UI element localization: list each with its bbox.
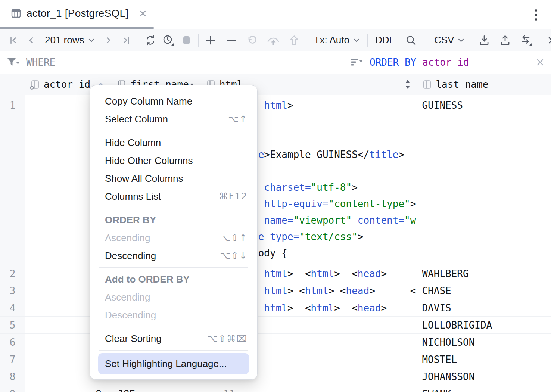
cell-actor-id[interactable]: 9 bbox=[25, 385, 113, 392]
menu-item-clear-sorting[interactable]: Clear Sorting⌥⇧⌘⌧ bbox=[90, 330, 257, 348]
cell-last-name[interactable]: SWANK bbox=[417, 385, 551, 392]
menu-separator bbox=[99, 350, 248, 351]
row-number[interactable]: 6 bbox=[0, 334, 25, 351]
menu-item-shortcut: ⌥⇧↓ bbox=[220, 251, 248, 261]
commit-icon[interactable] bbox=[286, 32, 302, 49]
toolbar-divider bbox=[472, 34, 472, 47]
menu-item-shortcut: ⌥⇧⌘⌧ bbox=[208, 333, 248, 344]
order-by-field[interactable]: ORDER BY actor_id bbox=[344, 51, 551, 74]
menu-separator bbox=[99, 267, 248, 268]
menu-item-label: Descending bbox=[105, 309, 248, 321]
chevron-down-icon bbox=[353, 38, 360, 43]
cell-last-name[interactable]: WAHLBERG bbox=[417, 265, 551, 282]
menu-item-shortcut: ⌥↑ bbox=[228, 114, 248, 124]
table-row: 6<null>NICHOLSON bbox=[0, 334, 551, 351]
cell-first-name[interactable]: JOE bbox=[113, 385, 201, 392]
menu-item-descending[interactable]: Descending⌥⇧↓ bbox=[90, 247, 257, 265]
row-number[interactable]: 1 bbox=[0, 95, 25, 265]
menu-item-label: Set Highlighting Language... bbox=[105, 358, 242, 370]
kebab-icon[interactable] bbox=[530, 9, 542, 21]
cell-last-name[interactable]: CHASE bbox=[417, 282, 551, 299]
chevron-down-icon bbox=[88, 38, 95, 43]
auto-refresh-icon[interactable] bbox=[160, 32, 177, 49]
row-number[interactable]: 7 bbox=[0, 351, 25, 368]
grid-body: 1<!doctype html><html><head> <title>Exam… bbox=[0, 95, 551, 392]
row-number[interactable]: 3 bbox=[0, 282, 25, 299]
row-number[interactable]: 9 bbox=[0, 385, 25, 392]
export-icon[interactable] bbox=[476, 32, 492, 49]
next-page-icon[interactable] bbox=[100, 32, 116, 49]
sort-indicator-both-icon[interactable] bbox=[404, 78, 411, 90]
import-icon[interactable] bbox=[497, 32, 513, 49]
row-number[interactable]: 8 bbox=[0, 368, 25, 385]
cell-last-name[interactable]: JOHANSSON bbox=[417, 368, 551, 385]
tab-close-icon[interactable] bbox=[138, 9, 147, 18]
toolbar-divider bbox=[306, 34, 306, 47]
last-page-icon[interactable] bbox=[118, 32, 134, 49]
first-page-icon[interactable] bbox=[5, 32, 22, 49]
row-number[interactable]: 4 bbox=[0, 299, 25, 316]
cell-last-name[interactable]: LOLLOBRIGIDA bbox=[417, 317, 551, 333]
menu-separator bbox=[99, 208, 248, 208]
tx-mode-dropdown[interactable]: Tx: Auto bbox=[310, 34, 364, 46]
stop-icon[interactable] bbox=[178, 32, 194, 49]
csv-label: CSV bbox=[434, 34, 454, 46]
column-header-last_name[interactable]: last_name bbox=[417, 74, 551, 95]
prev-page-icon[interactable] bbox=[23, 32, 40, 49]
menu-item-show-all-columns[interactable]: Show All Columns bbox=[90, 169, 257, 187]
menu-item-set-highlighting-language[interactable]: Set Highlighting Language... bbox=[98, 353, 249, 374]
ddl-label: DDL bbox=[375, 34, 395, 46]
menu-item-copy-column-name[interactable]: Copy Column Name bbox=[90, 92, 257, 110]
column-icon bbox=[422, 80, 432, 90]
page-size-dropdown[interactable]: 201 rows bbox=[41, 34, 99, 46]
menu-item-hide-other-columns[interactable]: Hide Other Columns bbox=[90, 152, 257, 169]
revert-icon[interactable] bbox=[244, 32, 261, 49]
delete-row-icon[interactable] bbox=[223, 32, 240, 49]
menu-item-columns-list[interactable]: Columns List⌘F12 bbox=[90, 187, 257, 205]
row-number[interactable]: 5 bbox=[0, 317, 25, 333]
menu-section-order-by: ORDER BY bbox=[90, 211, 257, 229]
add-row-icon[interactable] bbox=[202, 32, 219, 49]
cell-last-name[interactable]: DAVIS bbox=[417, 299, 551, 316]
datagrip-window: actor_1 [PostgreSQL] bbox=[0, 0, 551, 392]
menu-item-label: Select Column bbox=[105, 113, 228, 125]
table-row: 3<!doctype html> <html> <head> <title>EC… bbox=[0, 282, 551, 299]
search-icon[interactable] bbox=[403, 32, 419, 49]
cell-last-name[interactable]: NICHOLSON bbox=[417, 334, 551, 351]
menu-item-hide-column[interactable]: Hide Column bbox=[90, 134, 257, 152]
ddl-button[interactable]: DDL bbox=[371, 34, 398, 46]
tab-title: actor_1 [PostgreSQL] bbox=[27, 7, 128, 19]
table-row: 99JOE<null>SWANK bbox=[0, 385, 551, 392]
table-row: 5<null>LOLLOBRIGIDA bbox=[0, 317, 551, 334]
menu-item-select-column[interactable]: Select Column⌥↑ bbox=[90, 110, 257, 128]
cell-html[interactable]: <null> bbox=[201, 385, 418, 392]
table-row: 2<!doctype html> <html> <head> <titleWAH… bbox=[0, 265, 551, 282]
primary-key-icon bbox=[30, 86, 33, 89]
refresh-icon[interactable] bbox=[142, 32, 159, 49]
more-icon[interactable] bbox=[542, 32, 551, 49]
menu-item-label: Columns List bbox=[105, 191, 219, 202]
grid-header: actor_idfirst_namehtmllast_name bbox=[0, 74, 551, 95]
tx-label: Tx: Auto bbox=[314, 34, 349, 46]
menu-item-ascending: Ascending bbox=[90, 288, 257, 306]
menu-section-add-to-order-by: Add to ORDER BY bbox=[90, 270, 257, 288]
tab-actor-1[interactable]: actor_1 [PostgreSQL] bbox=[0, 0, 147, 27]
export-format-dropdown[interactable]: CSV bbox=[430, 34, 468, 46]
column-header-label: actor_id bbox=[44, 79, 90, 90]
where-filter-field[interactable]: WHERE bbox=[0, 51, 344, 74]
table-row: 1<!doctype html><html><head> <title>Exam… bbox=[0, 95, 551, 265]
preview-changes-icon[interactable] bbox=[265, 32, 281, 49]
cell-last-name[interactable]: GUINESS bbox=[417, 95, 551, 265]
menu-item-shortcut: ⌘F12 bbox=[219, 191, 248, 202]
table-row: 7<null>MOSTEL bbox=[0, 351, 551, 368]
compare-icon[interactable] bbox=[518, 32, 534, 49]
menu-item-shortcut: ⌥⇧↑ bbox=[220, 233, 248, 243]
row-number[interactable]: 2 bbox=[0, 265, 25, 282]
toolbar-divider bbox=[198, 34, 199, 47]
column-header-label: last_name bbox=[436, 79, 488, 90]
tab-bar: actor_1 [PostgreSQL] bbox=[0, 0, 551, 29]
cell-last-name[interactable]: MOSTEL bbox=[417, 351, 551, 368]
clear-filter-icon[interactable] bbox=[535, 57, 545, 67]
toolbar-divider bbox=[538, 34, 538, 47]
rows-count-label: 201 rows bbox=[45, 34, 84, 46]
